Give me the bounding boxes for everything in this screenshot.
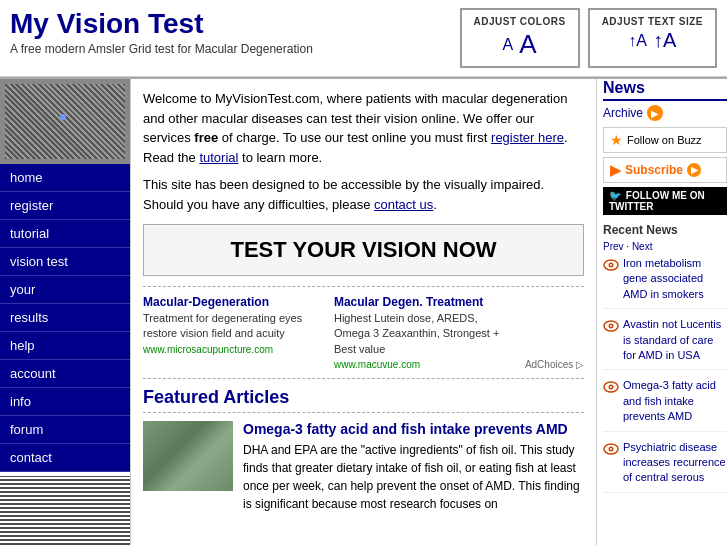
news-item-text[interactable]: Psychiatric disease increases recurrence…: [623, 440, 727, 486]
ad-1-desc: Treatment for degenerating eyes restore …: [143, 311, 324, 342]
follow-buzz-button[interactable]: ★ Follow on Buzz: [603, 127, 727, 153]
adjust-colors-label: ADJUST COLORS: [474, 16, 566, 27]
svg-point-2: [610, 264, 612, 266]
big-a[interactable]: A: [519, 29, 536, 60]
news-item: Omega-3 fatty acid and fish intake preve…: [603, 378, 727, 431]
nav-help[interactable]: help: [0, 332, 130, 360]
svg-point-5: [610, 325, 612, 327]
nav-forum[interactable]: forum: [0, 416, 130, 444]
nav-vision-test[interactable]: vision test: [0, 248, 130, 276]
tutorial-link[interactable]: tutorial: [199, 150, 238, 165]
subscribe-button[interactable]: ▶ Subscribe ▶: [603, 157, 727, 183]
small-a[interactable]: A: [503, 36, 514, 54]
eye-icon: [603, 379, 619, 395]
welcome-middle: of charge. To use our test online you mu…: [218, 130, 491, 145]
nav-home[interactable]: home: [0, 164, 130, 192]
welcome-end: to learn more.: [238, 150, 322, 165]
ad-2[interactable]: Macular Degen. Treatment Highest Lutein …: [334, 295, 515, 370]
main-layout: home register tutorial vision test your …: [0, 77, 727, 545]
news-item-text[interactable]: Iron metabolism gene associated AMD in s…: [623, 256, 727, 302]
eye-icon: [603, 257, 619, 273]
featured-image: [143, 421, 233, 491]
text-large[interactable]: ↑A: [653, 29, 676, 52]
nav-results[interactable]: results: [0, 304, 130, 332]
prev-next-nav[interactable]: Prev · Next: [603, 241, 727, 252]
nav-register[interactable]: register: [0, 192, 130, 220]
news-item-text[interactable]: Avastin not Lucentis is standard of care…: [623, 317, 727, 363]
sidebar-barcode: [0, 476, 130, 545]
grid-dot: [60, 114, 66, 120]
twitter-label: FOLLOW ME ON twitter: [609, 190, 705, 212]
right-sidebar: News Archive ▶ ★ Follow on Buzz ▶ Subscr…: [597, 79, 727, 545]
article-body: DHA and EPA are the "active ingredients"…: [243, 441, 584, 513]
site-subtitle: A free modern Amsler Grid test for Macul…: [10, 42, 460, 56]
archive-link[interactable]: Archive ▶: [603, 105, 727, 121]
twitter-bird-icon: 🐦: [609, 190, 621, 201]
eye-icon: [603, 318, 619, 334]
page-header: My Vision Test A free modern Amsler Grid…: [0, 0, 727, 77]
news-item: Iron metabolism gene associated AMD in s…: [603, 256, 727, 309]
featured-text: Omega-3 fatty acid and fish intake preve…: [243, 421, 584, 513]
ad-1-title[interactable]: Macular-Degeneration: [143, 295, 324, 309]
ad-1-url: www.microsacupuncture.com: [143, 344, 324, 355]
sidebar-image: [0, 79, 130, 164]
sidebar: home register tutorial vision test your …: [0, 79, 130, 545]
subscribe-arrow-icon: ▶: [687, 163, 701, 177]
text-small[interactable]: ↑A: [628, 32, 647, 50]
news-item: Psychiatric disease increases recurrence…: [603, 440, 727, 493]
ad-2-title[interactable]: Macular Degen. Treatment: [334, 295, 515, 309]
news-header: News: [603, 79, 727, 101]
nav-account[interactable]: account: [0, 360, 130, 388]
svg-point-11: [610, 448, 612, 450]
nav-your[interactable]: your: [0, 276, 130, 304]
follow-buzz-label: Follow on Buzz: [627, 134, 702, 146]
header-controls: ADJUST COLORS A A ADJUST TEXT SIZE ↑A ↑A: [460, 8, 717, 68]
eye-icon: [603, 441, 619, 457]
archive-label: Archive: [603, 106, 643, 120]
site-title: My Vision Test: [10, 8, 460, 40]
twitter-button[interactable]: 🐦 FOLLOW ME ON twitter: [603, 187, 727, 215]
amsler-grid-image: [5, 84, 125, 159]
free-bold: free: [194, 130, 218, 145]
archive-arrow-icon: ▶: [647, 105, 663, 121]
adjust-colors-letters: A A: [474, 29, 566, 60]
adjust-text-letters: ↑A ↑A: [602, 29, 703, 52]
adjust-text-box[interactable]: ADJUST TEXT SIZE ↑A ↑A: [588, 8, 717, 68]
contact-link[interactable]: contact us: [374, 197, 433, 212]
adjust-colors-box[interactable]: ADJUST COLORS A A: [460, 8, 580, 68]
ads-row: Macular-Degeneration Treatment for degen…: [143, 286, 584, 379]
cta-box[interactable]: TEST YOUR VISION NOW: [143, 224, 584, 276]
ad-choices[interactable]: AdChoices ▷: [525, 359, 584, 370]
featured-article: Omega-3 fatty acid and fish intake preve…: [143, 421, 584, 513]
cta-text: TEST YOUR VISION NOW: [156, 237, 571, 263]
nav-tutorial[interactable]: tutorial: [0, 220, 130, 248]
svg-point-8: [610, 386, 612, 388]
main-content: Welcome to MyVisionTest.com, where patie…: [130, 79, 597, 545]
article-title[interactable]: Omega-3 fatty acid and fish intake preve…: [243, 421, 584, 437]
nav-contact[interactable]: contact: [0, 444, 130, 472]
rss-icon: ▶: [610, 162, 621, 178]
news-items: Iron metabolism gene associated AMD in s…: [603, 256, 727, 493]
ad-2-url: www.macuvue.com: [334, 359, 515, 370]
buzz-icon: ★: [610, 132, 623, 148]
news-item: Avastin not Lucentis is standard of care…: [603, 317, 727, 370]
header-left: My Vision Test A free modern Amsler Grid…: [10, 8, 460, 56]
register-link[interactable]: register here: [491, 130, 564, 145]
ad-1[interactable]: Macular-Degeneration Treatment for degen…: [143, 295, 324, 370]
subscribe-label: Subscribe: [625, 163, 683, 177]
nav-info[interactable]: info: [0, 388, 130, 416]
accessibility-text: This site has been designed to be access…: [143, 177, 544, 212]
welcome-text: Welcome to MyVisionTest.com, where patie…: [143, 89, 584, 214]
featured-articles-header: Featured Articles: [143, 387, 584, 413]
news-item-text[interactable]: Omega-3 fatty acid and fish intake preve…: [623, 378, 727, 424]
ad-2-desc: Highest Lutein dose, AREDS, Omega 3 Zeax…: [334, 311, 515, 357]
nav-menu: home register tutorial vision test your …: [0, 164, 130, 472]
adjust-text-label: ADJUST TEXT SIZE: [602, 16, 703, 27]
recent-news-header: Recent News: [603, 223, 727, 237]
